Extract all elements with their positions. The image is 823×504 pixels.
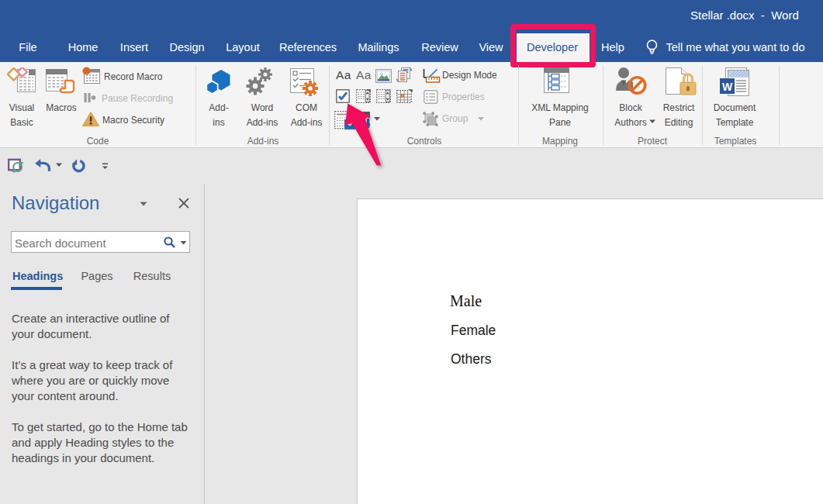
svg-text:W: W: [722, 81, 733, 93]
